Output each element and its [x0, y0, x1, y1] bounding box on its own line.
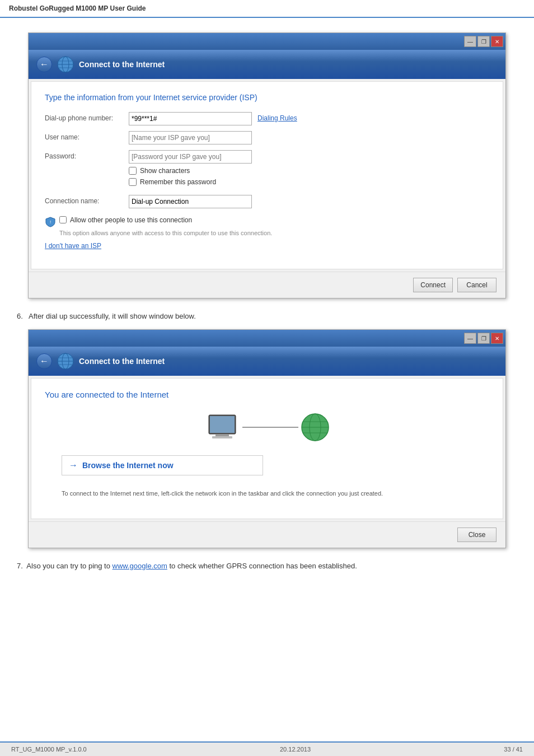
dialog1-titlebar: — ❐ ✕: [29, 33, 505, 50]
taskbar-note: To connect to the Internet next time, le…: [62, 489, 472, 498]
dialog2-footer: Close: [29, 521, 505, 548]
footer-right: 33 / 41: [504, 746, 523, 753]
dialog2-close-btn[interactable]: Close: [457, 528, 496, 542]
step7: 7. Also you can try to ping to www.googl…: [17, 562, 517, 570]
browse-arrow-icon: →: [69, 460, 78, 470]
globe-icon: [57, 55, 74, 73]
password-label: Password:: [45, 150, 123, 160]
connection-line: [242, 427, 298, 428]
page-header: Robustel GoRugged M1000 MP User Guide: [0, 0, 534, 18]
titlebar-controls: — ❐ ✕: [464, 36, 503, 47]
document-title: Robustel GoRugged M1000 MP User Guide: [9, 4, 146, 12]
allow-people-label: Allow other people to use this connectio…: [70, 216, 192, 224]
dialog2-minimize-button[interactable]: —: [464, 333, 476, 344]
dialog2-close-button[interactable]: ✕: [491, 333, 503, 344]
internet-globe-icon: [301, 413, 330, 442]
password-row: Password: Show characters Remember this …: [45, 150, 489, 189]
connected-title: You are connected to the Internet: [45, 390, 489, 399]
dialog2-title: Connect to the Internet: [79, 357, 165, 366]
step6-number: 6.: [17, 312, 27, 320]
dialog2-wrapper: — ❐ ✕ ← Connect to the Internet You are …: [28, 329, 506, 548]
footer-left: RT_UG_M1000 MP_v.1.0.0: [11, 746, 87, 753]
taskbar-note-text: To connect to the Internet next time, le…: [62, 490, 383, 497]
remember-password-checkbox[interactable]: [129, 178, 137, 186]
dialog1-subtitle: Type the information from your Internet …: [45, 93, 489, 102]
restore-button[interactable]: ❐: [477, 36, 490, 47]
minimize-button[interactable]: —: [464, 36, 476, 47]
step6-text: After dial up successfully, it will show…: [29, 312, 196, 320]
svg-rect-14: [212, 436, 232, 438]
computer-icon: [204, 413, 240, 442]
page-footer: RT_UG_M1000 MP_v.1.0.0 20.12.2013 33 / 4…: [0, 741, 534, 756]
connect-button[interactable]: Connect: [413, 278, 453, 292]
username-label: User name:: [45, 131, 123, 141]
dialog1-footer: Connect Cancel: [29, 272, 505, 298]
dialog2-titlebar-controls: — ❐ ✕: [464, 333, 503, 344]
password-input[interactable]: [129, 150, 252, 164]
dial-input[interactable]: [129, 112, 252, 125]
show-characters-label: Show characters: [140, 167, 190, 175]
allow-description: This option allows anyone with access to…: [59, 230, 489, 236]
svg-rect-12: [210, 416, 235, 433]
step7-text-end: to check whether GPRS connection has bee…: [169, 562, 357, 570]
username-row: User name:: [45, 131, 489, 144]
browse-link-row[interactable]: → Browse the Internet now: [62, 455, 263, 475]
remember-password-label: Remember this password: [140, 178, 216, 186]
username-input[interactable]: [129, 131, 252, 144]
dialog2-globe-icon: [57, 352, 74, 370]
dialog1-wrapper: — ❐ ✕ ← Connect to the Internet Type the…: [28, 32, 506, 298]
back-button[interactable]: ←: [36, 57, 52, 72]
dialog1-title: Connect to the Internet: [79, 60, 165, 69]
connection-name-row: Connection name:: [45, 195, 489, 208]
google-link[interactable]: www.google.com: [113, 562, 167, 570]
dialog2-header-bar: ← Connect to the Internet: [29, 347, 505, 376]
dialog2-restore-button[interactable]: ❐: [477, 333, 490, 344]
dialog1-body: Type the information from your Internet …: [31, 81, 503, 269]
dial-label: Dial-up phone number:: [45, 112, 123, 122]
dialog2-body: You are connected to the Internet: [31, 378, 503, 519]
connection-name-input[interactable]: [129, 195, 252, 208]
dialog2-titlebar: — ❐ ✕: [29, 330, 505, 347]
dialing-rules-link[interactable]: Dialing Rules: [257, 112, 297, 122]
page-content: — ❐ ✕ ← Connect to the Internet Type the…: [0, 18, 534, 585]
dialog1-header-bar: ← Connect to the Internet: [29, 50, 505, 79]
svg-rect-13: [216, 434, 229, 436]
connection-visual: [45, 413, 489, 442]
browse-link[interactable]: Browse the Internet now: [82, 461, 174, 470]
connection-name-label: Connection name:: [45, 195, 123, 205]
isp-link[interactable]: I don't have an ISP: [45, 242, 489, 250]
step6: 6. After dial up successfully, it will s…: [17, 312, 517, 320]
shield-icon: !: [45, 216, 56, 227]
allow-row: ! Allow other people to use this connect…: [45, 216, 489, 227]
close-button[interactable]: ✕: [491, 36, 503, 47]
cancel-button[interactable]: Cancel: [457, 278, 496, 292]
show-characters-checkbox[interactable]: [129, 167, 137, 175]
svg-text:!: !: [50, 220, 51, 225]
step7-number: 7. Also you can try to ping to: [17, 562, 113, 570]
dialog2-back-button[interactable]: ←: [36, 353, 52, 369]
allow-people-checkbox[interactable]: [59, 216, 67, 223]
footer-center: 20.12.2013: [280, 746, 311, 753]
dialup-row: Dial-up phone number: Dialing Rules: [45, 112, 489, 125]
